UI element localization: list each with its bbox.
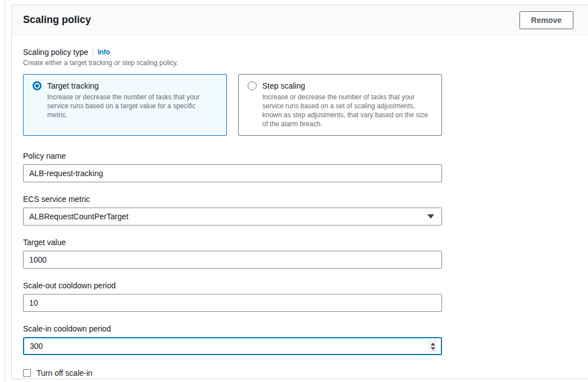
panel-body: Scaling policy type Info Create either a…: [12, 35, 588, 382]
turn-off-scale-in-row: Turn off scale-in: [23, 369, 577, 378]
ecs-service-metric-label: ECS service metric: [23, 195, 442, 204]
step-scaling-description: Increase or decrease the number of tasks…: [262, 93, 432, 128]
spinner-down-icon[interactable]: [431, 347, 435, 350]
ecs-service-metric-field: ECS service metric: [23, 195, 442, 225]
scaling-policy-type-description: Create either a target tracking or step …: [23, 59, 577, 67]
number-spinner[interactable]: [429, 340, 437, 352]
spinner-up-icon[interactable]: [431, 343, 435, 346]
policy-type-cards: Target tracking Increase or decrease the…: [23, 74, 442, 136]
label-divider: [93, 48, 93, 57]
policy-name-field: Policy name: [23, 151, 442, 182]
scaling-policy-type-label-row: Scaling policy type Info: [23, 48, 577, 57]
scale-in-cooldown-input[interactable]: [23, 337, 442, 355]
target-tracking-head: Target tracking: [33, 81, 217, 90]
scaling-policy-type-section: Scaling policy type Info Create either a…: [23, 48, 577, 136]
target-value-field: Target value: [23, 238, 442, 269]
target-tracking-radio[interactable]: [33, 81, 42, 90]
scale-out-cooldown-label: Scale-out cooldown period: [23, 281, 442, 290]
turn-off-scale-in-checkbox[interactable]: [23, 369, 31, 377]
step-scaling-title: Step scaling: [262, 81, 305, 90]
ecs-service-metric-select[interactable]: [23, 208, 442, 225]
info-link[interactable]: Info: [98, 48, 110, 56]
scale-in-cooldown-number-wrap: [23, 337, 442, 355]
target-value-input[interactable]: [23, 251, 442, 269]
panel-header: Scaling policy Remove: [12, 5, 588, 35]
step-scaling-radio[interactable]: [248, 81, 257, 90]
scale-in-cooldown-label: Scale-in cooldown period: [23, 324, 442, 333]
scale-out-cooldown-input[interactable]: [23, 294, 442, 312]
target-tracking-title: Target tracking: [47, 81, 99, 90]
scale-in-cooldown-field: Scale-in cooldown period: [23, 324, 442, 355]
scale-out-cooldown-field: Scale-out cooldown period: [23, 281, 442, 312]
ecs-service-metric-value[interactable]: [23, 208, 442, 225]
policy-name-input[interactable]: [23, 164, 442, 182]
scaling-policy-panel: Scaling policy Remove Scaling policy typ…: [11, 4, 588, 379]
page-title: Scaling policy: [23, 14, 91, 26]
step-scaling-head: Step scaling: [248, 81, 432, 90]
page-edge-divider: [4, 0, 5, 382]
target-tracking-description: Increase or decrease the number of tasks…: [47, 93, 217, 119]
scaling-policy-type-label: Scaling policy type: [23, 48, 88, 57]
turn-off-scale-in-label: Turn off scale-in: [37, 369, 93, 378]
target-tracking-card[interactable]: Target tracking Increase or decrease the…: [23, 74, 227, 136]
policy-name-label: Policy name: [23, 151, 442, 160]
step-scaling-card[interactable]: Step scaling Increase or decrease the nu…: [238, 74, 442, 136]
target-value-label: Target value: [23, 238, 442, 247]
remove-button[interactable]: Remove: [519, 11, 573, 29]
